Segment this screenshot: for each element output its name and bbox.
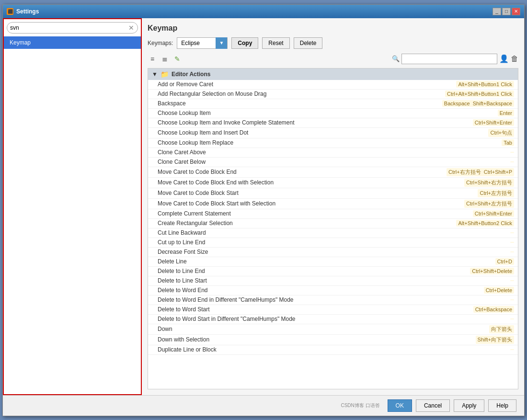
minimize-button[interactable]: _ bbox=[493, 8, 501, 15]
keymap-dropdown[interactable]: Eclipse ▼ bbox=[177, 37, 228, 49]
app-icon: ⬛ bbox=[7, 8, 13, 15]
table-row[interactable]: Clone Caret Below bbox=[148, 158, 518, 167]
trash-icon[interactable]: 🗑 bbox=[511, 55, 518, 63]
table-row[interactable]: Choose Lookup Item and Invoke Complete S… bbox=[148, 118, 518, 128]
collapse-all-icon[interactable]: ≣ bbox=[160, 54, 170, 64]
title-bar-left: ⬛ Settings bbox=[7, 8, 39, 15]
table-row[interactable]: Delete to Word End Ctrl+Delete bbox=[148, 286, 518, 295]
window-title: Settings bbox=[16, 8, 39, 15]
table-row[interactable]: Delete to Word End in Different "CamelHu… bbox=[148, 295, 518, 305]
title-bar: ⬛ Settings _ □ ✕ bbox=[3, 5, 524, 18]
table-row[interactable]: Clone Caret Above bbox=[148, 148, 518, 158]
table-row[interactable]: Down 向下箭头 bbox=[148, 324, 518, 335]
table-row[interactable]: Choose Lookup Item Enter bbox=[148, 109, 518, 118]
table-row[interactable]: Move Caret to Code Block End with Select… bbox=[148, 178, 518, 188]
category-name: Editor Actions bbox=[172, 71, 211, 78]
bottom-bar: CSDN博客 口语答 OK Cancel Apply Help bbox=[3, 395, 524, 416]
left-panel: ✕ Keymap bbox=[3, 18, 142, 395]
close-button[interactable]: ✕ bbox=[512, 8, 520, 15]
keymaps-label: Keymaps: bbox=[148, 40, 173, 46]
search-container: ✕ bbox=[7, 22, 138, 34]
dropdown-arrow-icon[interactable]: ▼ bbox=[216, 37, 227, 49]
table-row[interactable]: Delete to Line End Ctrl+Shift+Delete bbox=[148, 267, 518, 276]
table-row[interactable]: Complete Current Statement Ctrl+Shift+En… bbox=[148, 209, 518, 219]
keymaps-row: Keymaps: Eclipse ▼ Copy Reset Delete bbox=[148, 37, 518, 49]
left-nav: Keymap bbox=[4, 36, 141, 394]
table-row[interactable]: Choose Lookup Item and Insert Dot Ctrl+句… bbox=[148, 128, 518, 138]
table-row[interactable]: Cut Line Backward bbox=[148, 228, 518, 238]
collapse-icon[interactable]: ▼ bbox=[152, 71, 158, 78]
table-row[interactable]: Backspace Backspace Shift+Backspace bbox=[148, 99, 518, 109]
nav-item-keymap[interactable]: Keymap bbox=[4, 36, 141, 49]
reset-button[interactable]: Reset bbox=[262, 37, 289, 49]
edit-icon[interactable]: ✎ bbox=[172, 54, 182, 64]
category-header: ▼ 📁 Editor Actions bbox=[148, 68, 518, 80]
table-row[interactable]: Decrease Font Size bbox=[148, 248, 518, 257]
search-wrapper: ✕ bbox=[4, 19, 141, 36]
copy-button[interactable]: Copy bbox=[231, 37, 258, 49]
table-row[interactable]: Duplicate Line or Block bbox=[148, 345, 518, 355]
table-row[interactable]: Down with Selection Shift+向下箭头 bbox=[148, 335, 518, 345]
keymap-value: Eclipse bbox=[177, 40, 216, 46]
watermark: CSDN博客 口语答 bbox=[341, 402, 379, 409]
title-bar-controls: _ □ ✕ bbox=[493, 8, 520, 15]
table-row[interactable]: Move Caret to Code Block Start with Sele… bbox=[148, 199, 518, 209]
apply-button[interactable]: Apply bbox=[454, 399, 484, 412]
table-row[interactable]: Delete to Line Start bbox=[148, 276, 518, 286]
table-row[interactable]: Delete to Word Start Ctrl+Backspace bbox=[148, 305, 518, 315]
table-row[interactable]: Delete Line Ctrl+D bbox=[148, 257, 518, 267]
toolbar-row: ≡ ≣ ✎ 🔍 👤 🗑 bbox=[148, 54, 518, 64]
maximize-button[interactable]: □ bbox=[502, 8, 511, 15]
section-title: Keymap bbox=[148, 24, 518, 33]
search-right: 🔍 👤 🗑 bbox=[392, 54, 518, 64]
delete-button[interactable]: Delete bbox=[294, 37, 323, 49]
cancel-button[interactable]: Cancel bbox=[416, 399, 450, 412]
filter-input[interactable] bbox=[401, 54, 497, 64]
folder-icon: 📁 bbox=[160, 70, 169, 78]
actions-table: ▼ 📁 Editor Actions Add or Remove Caret A… bbox=[148, 68, 518, 389]
table-row[interactable]: Add Rectangular Selection on Mouse Drag … bbox=[148, 90, 518, 99]
search-clear-icon[interactable]: ✕ bbox=[128, 24, 134, 31]
right-panel: Keymap Keymaps: Eclipse ▼ Copy Reset Del… bbox=[142, 18, 524, 395]
table-row[interactable]: Add or Remove Caret Alt+Shift+Button1 Cl… bbox=[148, 80, 518, 90]
ok-button[interactable]: OK bbox=[388, 399, 412, 412]
user-icon[interactable]: 👤 bbox=[499, 54, 509, 63]
search-icon: 🔍 bbox=[392, 55, 400, 62]
table-row[interactable]: Delete to Word Start in Different "Camel… bbox=[148, 315, 518, 324]
search-input[interactable] bbox=[7, 22, 138, 34]
table-row[interactable]: Cut up to Line End bbox=[148, 238, 518, 248]
expand-all-icon[interactable]: ≡ bbox=[148, 54, 157, 64]
help-button[interactable]: Help bbox=[488, 399, 516, 412]
table-row[interactable]: Choose Lookup Item Replace Tab bbox=[148, 138, 518, 148]
table-row[interactable]: Move Caret to Code Block End Ctrl+右方括号 C… bbox=[148, 167, 518, 178]
table-row[interactable]: Move Caret to Code Block Start Ctrl+左方括号 bbox=[148, 188, 518, 199]
table-row[interactable]: Create Rectangular Selection Alt+Shift+B… bbox=[148, 219, 518, 228]
settings-dialog: ⬛ Settings _ □ ✕ ✕ Keymap bbox=[2, 4, 525, 416]
content-area: ✕ Keymap Keymap Keymaps: Eclipse ▼ Copy … bbox=[3, 18, 524, 395]
